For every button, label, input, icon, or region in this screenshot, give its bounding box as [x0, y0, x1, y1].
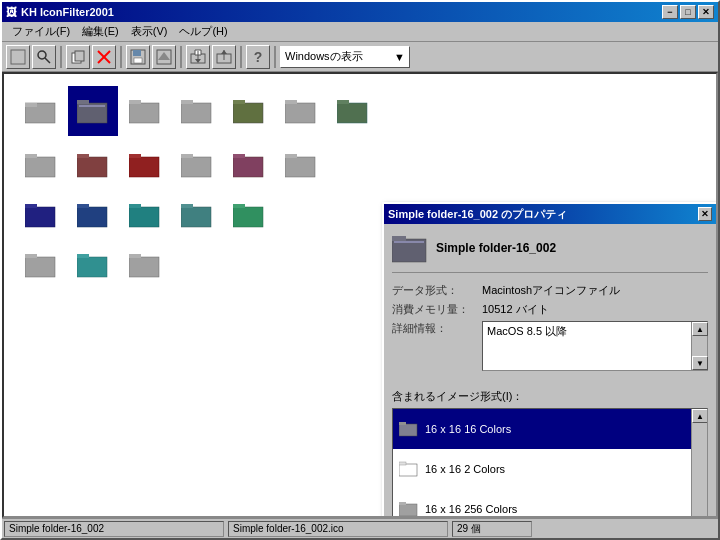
detail-scroll-down[interactable]: ▼ [692, 356, 708, 370]
detail-scroll-up[interactable]: ▲ [692, 322, 708, 336]
dialog-icon-name: Simple folder-16_002 [436, 241, 556, 255]
folder-icon-2[interactable] [68, 86, 118, 136]
menu-bar: ファイル(F) 編集(E) 表示(V) ヘルプ(H) [2, 22, 718, 42]
minimize-button[interactable]: − [662, 5, 678, 19]
svg-rect-68 [399, 464, 417, 476]
folder-icon-1[interactable] [16, 86, 66, 136]
svg-rect-28 [181, 100, 193, 104]
svg-rect-24 [79, 105, 105, 107]
main-window: 🖼 KH IconFilter2001 − □ ✕ ファイル(F) 編集(E) … [0, 0, 720, 540]
svg-rect-49 [77, 207, 107, 227]
format-item-1[interactable]: 16 x 16 2 Colors [393, 449, 707, 489]
maximize-button[interactable]: □ [680, 5, 696, 19]
svg-rect-61 [129, 257, 159, 277]
svg-rect-30 [233, 100, 245, 104]
detail-value: MacOS 8.5 以降 [487, 325, 567, 337]
svg-rect-59 [77, 257, 107, 277]
memory-value: 10512 バイト [482, 302, 708, 317]
svg-rect-40 [129, 154, 141, 158]
svg-rect-66 [399, 424, 417, 436]
folder-icon-9[interactable] [68, 140, 118, 190]
svg-rect-5 [75, 51, 84, 61]
format-item-0[interactable]: 16 x 16 16 Colors [393, 409, 707, 449]
close-button[interactable]: ✕ [698, 5, 714, 19]
toolbar-btn-help[interactable]: ? [246, 45, 270, 69]
folder-icon-10[interactable] [120, 140, 170, 190]
folder-icon-16[interactable] [120, 190, 170, 240]
toolbar-btn-delete[interactable] [92, 45, 116, 69]
format-scrollbar: ▲ ▼ [691, 409, 707, 518]
toolbar-btn-copy[interactable] [66, 45, 90, 69]
svg-rect-23 [77, 100, 89, 104]
format-scroll-up[interactable]: ▲ [692, 409, 708, 423]
svg-rect-10 [134, 58, 142, 63]
detail-text-box: MacOS 8.5 以降 ▲ ▼ [482, 321, 708, 371]
toolbar-sep-2 [120, 46, 122, 68]
info-row-memory: 消費メモリ量： 10512 バイト [392, 302, 708, 317]
folder-icon-18[interactable] [224, 190, 274, 240]
main-content: Simple folder-16_002 のプロパティ ✕ Simple fol… [2, 72, 718, 518]
svg-rect-56 [233, 204, 245, 208]
status-pane-1: Simple folder-16_002 [4, 521, 224, 537]
svg-rect-29 [233, 103, 263, 123]
title-bar: 🖼 KH IconFilter2001 − □ ✕ [2, 2, 718, 22]
toolbar-btn-save[interactable] [126, 45, 150, 69]
toolbar-btn-load[interactable] [152, 45, 176, 69]
dialog-info: データ形式： Macintoshアイコンファイル 消費メモリ量： 10512 バ… [392, 283, 708, 379]
svg-rect-35 [25, 157, 55, 177]
folder-icon-14[interactable] [16, 190, 66, 240]
folder-icon-4[interactable] [172, 86, 222, 136]
folder-icon-20[interactable] [68, 240, 118, 290]
svg-rect-64 [392, 236, 406, 241]
format-item-label-0: 16 x 16 16 Colors [425, 423, 511, 435]
detail-label: 詳細情報： [392, 321, 482, 336]
svg-rect-31 [285, 103, 315, 123]
svg-rect-42 [181, 154, 193, 158]
icon-canvas: Simple folder-16_002 のプロパティ ✕ Simple fol… [2, 72, 718, 518]
folder-icon-17[interactable] [172, 190, 222, 240]
svg-rect-41 [181, 157, 211, 177]
folder-icon-8[interactable] [16, 140, 66, 190]
format-icon-small-1 [399, 460, 419, 478]
svg-line-3 [45, 58, 50, 63]
menu-file[interactable]: ファイル(F) [6, 23, 76, 40]
svg-rect-58 [25, 254, 37, 258]
menu-help[interactable]: ヘルプ(H) [173, 23, 233, 40]
folder-icon-5[interactable] [224, 86, 274, 136]
svg-rect-46 [285, 154, 297, 158]
folder-icon-3[interactable] [120, 86, 170, 136]
folder-icon-21[interactable] [120, 240, 170, 290]
status-text-3: 29 個 [457, 522, 481, 536]
folder-icon-6[interactable] [276, 86, 326, 136]
folder-icon-15[interactable] [68, 190, 118, 240]
view-dropdown[interactable]: Windowsの表示 ▼ [280, 46, 410, 68]
svg-rect-38 [77, 154, 89, 158]
format-icon-small-2 [399, 500, 419, 518]
folder-icon-11[interactable] [172, 140, 222, 190]
format-item-2[interactable]: 16 x 16 256 Colors [393, 489, 707, 518]
folder-icon-19[interactable] [16, 240, 66, 290]
svg-rect-21 [25, 103, 37, 107]
folder-icon-7[interactable] [328, 86, 378, 136]
toolbar-btn-import[interactable] [212, 45, 236, 69]
menu-edit[interactable]: 編集(E) [76, 23, 125, 40]
toolbar-btn-1[interactable] [6, 45, 30, 69]
toolbar-btn-export[interactable] [186, 45, 210, 69]
folder-icon-12[interactable] [224, 140, 274, 190]
toolbar-sep-5 [274, 46, 276, 68]
toolbar: ? Windowsの表示 ▼ [2, 42, 718, 72]
svg-rect-57 [25, 257, 55, 277]
toolbar-btn-search[interactable] [32, 45, 56, 69]
svg-rect-44 [233, 154, 245, 158]
folder-icon-13[interactable] [276, 140, 326, 190]
menu-view[interactable]: 表示(V) [125, 23, 174, 40]
format-icon-small-0 [399, 420, 419, 438]
format-section-label: 含まれるイメージ形式(I)： [392, 389, 708, 404]
format-scroll-track [692, 423, 707, 518]
svg-rect-43 [233, 157, 263, 177]
dialog-close-button[interactable]: ✕ [698, 207, 712, 221]
detail-scroll-track [692, 336, 707, 356]
format-item-label-1: 16 x 16 2 Colors [425, 463, 505, 475]
status-pane-2: Simple folder-16_002.ico [228, 521, 448, 537]
svg-rect-69 [399, 462, 406, 465]
